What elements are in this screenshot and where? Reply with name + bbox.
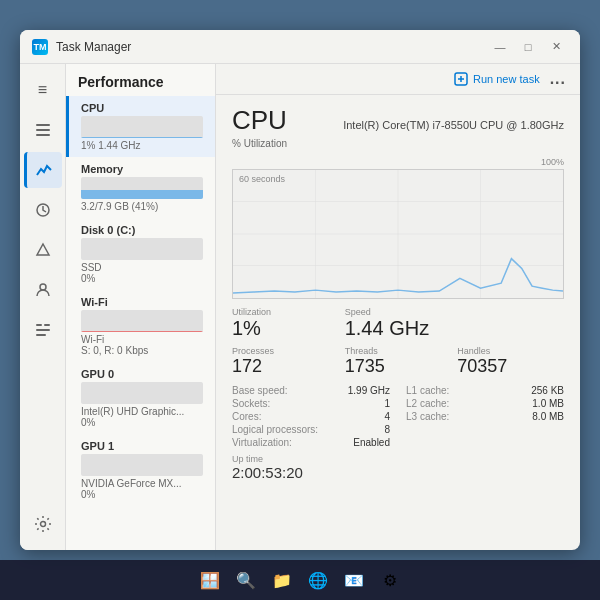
svg-rect-9 — [36, 334, 46, 336]
cpu-subtitle: % Utilization — [232, 138, 564, 149]
sidebar-item-details[interactable] — [24, 312, 62, 348]
gpu1-name: GPU 1 — [81, 440, 203, 452]
cpu-chart-svg — [233, 170, 563, 298]
svg-rect-0 — [36, 124, 50, 126]
window-title: Task Manager — [56, 40, 488, 54]
run-new-task-label: Run new task — [473, 73, 540, 85]
detail-cores: Cores: 4 — [232, 411, 390, 422]
detail-virtualization: Virtualization: Enabled — [232, 437, 390, 448]
taskbar-settings[interactable]: ⚙ — [376, 566, 404, 594]
app-icon: TM — [32, 39, 48, 55]
handles-value: 70357 — [457, 356, 564, 377]
speed-label: Speed — [345, 307, 452, 317]
resource-item-gpu0[interactable]: GPU 0 Intel(R) UHD Graphic...0% — [66, 362, 215, 434]
right-header: Run new task ... — [216, 64, 580, 95]
chart-100-label: 100% — [232, 157, 564, 167]
right-panel: Run new task ... CPU Intel(R) Core(TM) i… — [216, 64, 580, 550]
cpu-name: CPU — [81, 102, 203, 114]
svg-rect-8 — [36, 329, 50, 331]
window-controls: — □ ✕ — [488, 35, 568, 59]
main-content: ≡ Performance — [20, 64, 580, 550]
svg-rect-6 — [36, 324, 42, 326]
title-bar: TM Task Manager — □ ✕ — [20, 30, 580, 64]
disk-name: Disk 0 (C:) — [81, 224, 203, 236]
close-button[interactable]: ✕ — [544, 35, 568, 59]
cpu-detail: CPU Intel(R) Core(TM) i7-8550U CPU @ 1.8… — [216, 95, 580, 550]
sidebar-item-settings[interactable] — [24, 506, 62, 542]
svg-rect-1 — [36, 129, 50, 131]
taskbar: 🪟 🔍 📁 🌐 📧 ⚙ — [0, 560, 600, 600]
sidebar-item-processes[interactable] — [24, 112, 62, 148]
gpu1-mini-chart — [81, 454, 203, 476]
run-new-task-button[interactable]: Run new task — [454, 72, 540, 86]
resource-item-cpu[interactable]: CPU 1% 1.44 GHz — [66, 96, 215, 157]
minimize-button[interactable]: — — [488, 35, 512, 59]
sidebar-item-users[interactable] — [24, 272, 62, 308]
handles-stat: Handles 70357 — [457, 346, 564, 377]
more-options-button[interactable]: ... — [550, 70, 566, 88]
detail-label-l3: L3 cache: — [406, 411, 449, 422]
disk-sub: SSD0% — [81, 262, 203, 284]
memory-name: Memory — [81, 163, 203, 175]
detail-value-l1: 256 KB — [531, 385, 564, 396]
detail-label-cores: Cores: — [232, 411, 261, 422]
svg-rect-7 — [44, 324, 50, 326]
detail-l3: L3 cache: 8.0 MB — [406, 411, 564, 422]
threads-label: Threads — [345, 346, 452, 356]
svg-rect-2 — [36, 134, 50, 136]
resource-item-wifi[interactable]: Wi-Fi Wi-FiS: 0, R: 0 Kbps — [66, 290, 215, 362]
taskbar-browser[interactable]: 🌐 — [304, 566, 332, 594]
sidebar-item-history[interactable] — [24, 192, 62, 228]
detail-label-sockets: Sockets: — [232, 398, 270, 409]
resource-item-gpu1[interactable]: GPU 1 NVIDIA GeForce MX...0% — [66, 434, 215, 506]
detail-logical: Logical processors: 8 — [232, 424, 390, 435]
processes-stat: Processes 172 — [232, 346, 339, 377]
sidebar-item-menu[interactable]: ≡ — [24, 72, 62, 108]
taskbar-start[interactable]: 🪟 — [196, 566, 224, 594]
uptime-value: 2:00:53:20 — [232, 464, 564, 481]
detail-base-speed: Base speed: 1.99 GHz — [232, 385, 390, 396]
detail-l2: L2 cache: 1.0 MB — [406, 398, 564, 409]
gpu0-sub: Intel(R) UHD Graphic...0% — [81, 406, 203, 428]
speed-value: 1.44 GHz — [345, 317, 429, 339]
handles-label: Handles — [457, 346, 564, 356]
task-manager-window: TM Task Manager — □ ✕ ≡ — [20, 30, 580, 550]
stats-grid: Utilization 1% Speed 1.44 GHz Processes … — [232, 307, 564, 377]
wifi-mini-chart — [81, 310, 203, 332]
maximize-button[interactable]: □ — [516, 35, 540, 59]
utilization-stat: Utilization 1% — [232, 307, 339, 340]
taskbar-mail[interactable]: 📧 — [340, 566, 368, 594]
processes-value: 172 — [232, 356, 339, 377]
utilization-label: Utilization — [232, 307, 339, 317]
taskbar-file-explorer[interactable]: 📁 — [268, 566, 296, 594]
wifi-name: Wi-Fi — [81, 296, 203, 308]
left-panel: Performance CPU 1% 1.44 GHz Memory 3.2/7… — [66, 64, 216, 550]
memory-mini-chart — [81, 177, 203, 199]
detail-value-virt: Enabled — [353, 437, 390, 448]
details-grid: Base speed: 1.99 GHz L1 cache: 256 KB So… — [232, 385, 564, 448]
processes-label: Processes — [232, 346, 339, 356]
resource-item-disk[interactable]: Disk 0 (C:) SSD0% — [66, 218, 215, 290]
svg-point-5 — [40, 284, 46, 290]
chart-time-label: 60 seconds — [239, 174, 285, 184]
threads-value: 1735 — [345, 356, 452, 377]
cpu-mini-chart — [81, 116, 203, 138]
gpu1-sub: NVIDIA GeForce MX...0% — [81, 478, 203, 500]
taskbar-search[interactable]: 🔍 — [232, 566, 260, 594]
detail-label-logical: Logical processors: — [232, 424, 318, 435]
cpu-sub: 1% 1.44 GHz — [81, 140, 203, 151]
sidebar-item-performance[interactable] — [24, 152, 62, 188]
sidebar-item-startup[interactable] — [24, 232, 62, 268]
cpu-big-title: CPU — [232, 105, 287, 136]
gpu0-name: GPU 0 — [81, 368, 203, 380]
speed-stat: Speed 1.44 GHz — [345, 307, 452, 340]
detail-value-l3: 8.0 MB — [532, 411, 564, 422]
utilization-value: 1% — [232, 317, 339, 340]
threads-stat: Threads 1735 — [345, 346, 452, 377]
detail-label-l2: L2 cache: — [406, 398, 449, 409]
cpu-chart: 60 seconds — [232, 169, 564, 299]
svg-marker-4 — [37, 244, 49, 255]
memory-sub: 3.2/7.9 GB (41%) — [81, 201, 203, 212]
resource-item-memory[interactable]: Memory 3.2/7.9 GB (41%) — [66, 157, 215, 218]
detail-sockets: Sockets: 1 — [232, 398, 390, 409]
